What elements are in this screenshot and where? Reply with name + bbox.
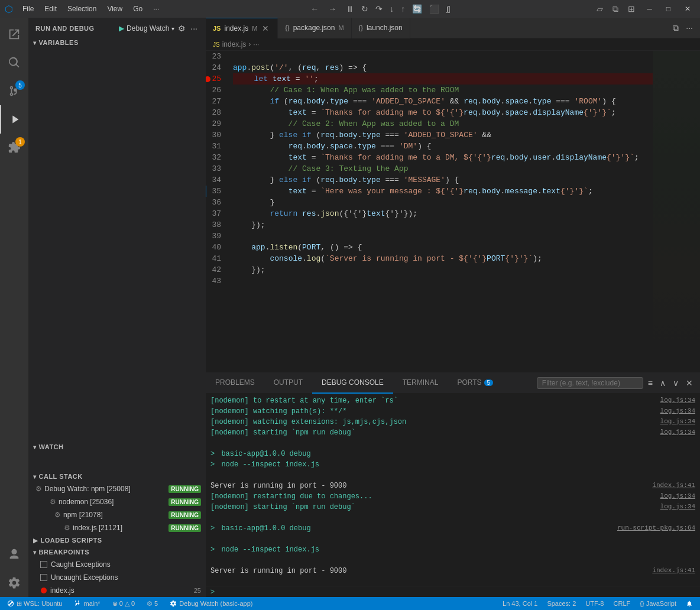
- panel-tab-terminal[interactable]: TERMINAL: [393, 373, 448, 394]
- window-maximize-btn[interactable]: □: [662, 4, 675, 14]
- bp-marker-25: [206, 76, 210, 82]
- prompt-14: >: [210, 546, 215, 554]
- call-stack-nodemon[interactable]: ⚙ nodemon [25036] RUNNING: [28, 495, 206, 508]
- panel-filter-input[interactable]: [537, 377, 643, 389]
- variables-content: [28, 48, 206, 441]
- split-editor-btn[interactable]: ⧉: [670, 22, 681, 34]
- panel-scroll-up-btn[interactable]: ∧: [657, 377, 668, 389]
- tab-close-0[interactable]: ✕: [261, 24, 270, 33]
- menu-more[interactable]: ···: [148, 4, 164, 14]
- code-line-43: [233, 275, 653, 287]
- status-git[interactable]: main*: [72, 597, 102, 610]
- breadcrumb-more[interactable]: ···: [253, 40, 259, 48]
- activity-run-debug[interactable]: [0, 105, 28, 134]
- code-content[interactable]: app.post('/', (req, res) => { let text =…: [231, 51, 653, 372]
- call-stack-npm[interactable]: ⚙ npm [21078] RUNNING: [28, 508, 206, 521]
- status-notifications[interactable]: [683, 597, 695, 610]
- debug-config-dropdown[interactable]: ▶ Debug Watch ▾: [119, 22, 174, 34]
- code-line-24: app.post('/', (req, res) => {: [233, 62, 653, 73]
- console-ref-16[interactable]: index.js:41: [652, 567, 695, 574]
- debug-step-out-btn[interactable]: ↑: [398, 3, 407, 15]
- caught-exceptions-checkbox[interactable]: [40, 561, 47, 568]
- status-wsl[interactable]: ⊞ WSL: Ubuntu: [5, 597, 64, 610]
- debug-restart-btn[interactable]: ↻: [359, 3, 371, 15]
- menu-selection[interactable]: Selection: [63, 4, 101, 14]
- debug-stop-btn[interactable]: ⬛: [427, 3, 442, 15]
- status-git-text: main*: [83, 600, 100, 607]
- panel-tab-output[interactable]: OUTPUT: [264, 373, 312, 394]
- tab-package-json[interactable]: {} package.json M: [278, 18, 351, 38]
- panel-scroll-down-btn[interactable]: ∨: [670, 377, 681, 389]
- console-ref-10[interactable]: log.js:34: [660, 503, 695, 510]
- menu-view[interactable]: View: [102, 4, 127, 14]
- tab-index-js[interactable]: JS index.js M ✕: [206, 18, 278, 38]
- debug-step-over-btn[interactable]: ↷: [373, 3, 385, 15]
- breadcrumb-file[interactable]: index.js: [222, 40, 247, 48]
- window-close-btn[interactable]: ✕: [680, 4, 695, 14]
- editor-main: 23 24 25 26 27 28 29 30 31 32 33 34 35 3…: [206, 51, 700, 597]
- breakpoint-caught-exceptions[interactable]: Caught Exceptions: [28, 558, 206, 571]
- tab-icon-0: JS: [213, 25, 221, 32]
- status-debug[interactable]: ⚙ 5: [144, 597, 160, 610]
- menu-file[interactable]: File: [18, 4, 38, 14]
- panel-tab-problems[interactable]: PROBLEMS: [206, 373, 264, 394]
- menu-edit[interactable]: Edit: [40, 4, 61, 14]
- call-stack-index-js[interactable]: ⚙ index.js [21121] RUNNING: [28, 521, 206, 534]
- call-stack-section-header[interactable]: ▾ CALL STACK: [28, 471, 206, 482]
- sidebar: RUN AND DEBUG ▶ Debug Watch ▾ ⚙ ··· ▾ VA…: [28, 18, 206, 597]
- breadcrumb: JS index.js › ···: [206, 38, 700, 51]
- console-text-1: [nodemon] watching path(s): **/*: [210, 407, 346, 416]
- status-errors[interactable]: ⊗ 0 △ 0: [110, 597, 137, 610]
- layout-grid-btn[interactable]: ⊞: [626, 3, 637, 15]
- layout-split-btn[interactable]: ⧉: [610, 3, 621, 15]
- status-debug-name-text: Debug Watch (basic-app): [179, 600, 252, 607]
- loaded-scripts-section-header[interactable]: ▶ LOADED SCRIPTS: [28, 534, 206, 546]
- nav-forward-btn[interactable]: →: [326, 3, 339, 15]
- status-debug-name[interactable]: Debug Watch (basic-app): [167, 597, 255, 610]
- panel-tab-debug-console[interactable]: DEBUG CONSOLE: [312, 373, 393, 394]
- ln-24: 24: [206, 62, 226, 73]
- code-editor[interactable]: 23 24 25 26 27 28 29 30 31 32 33 34 35 3…: [206, 51, 700, 372]
- debug-hot-reload-btn[interactable]: 🔄: [410, 3, 424, 15]
- nav-back-btn[interactable]: ←: [308, 3, 321, 15]
- activity-source-control[interactable]: 5: [0, 77, 28, 105]
- debug-step-into-btn[interactable]: ↓: [387, 3, 396, 15]
- console-ref-2[interactable]: log.js:34: [660, 418, 695, 425]
- breakpoints-section-header[interactable]: ▾ BREAKPOINTS: [28, 546, 206, 558]
- console-output[interactable]: [nodemon] to restart at any time, enter …: [206, 394, 700, 586]
- panel-tab-ports[interactable]: PORTS 5: [448, 373, 503, 394]
- watch-section-header[interactable]: ▾ WATCH: [28, 441, 206, 453]
- activity-extensions[interactable]: 1: [0, 134, 28, 162]
- call-stack-debug-watch[interactable]: ⚙ Debug Watch: npm [25008] RUNNING: [28, 482, 206, 495]
- debug-pause-btn[interactable]: ⏸: [343, 3, 357, 15]
- console-ref-9[interactable]: log.js:34: [660, 492, 695, 499]
- menu-go[interactable]: Go: [128, 4, 147, 14]
- console-input[interactable]: [217, 588, 695, 596]
- activity-settings[interactable]: [0, 569, 28, 597]
- activity-account[interactable]: [0, 540, 28, 569]
- activity-search[interactable]: [0, 48, 28, 77]
- console-ref-0[interactable]: log.js:34: [660, 397, 695, 404]
- panel-list-view-btn[interactable]: ≡: [646, 377, 655, 389]
- console-ref-12[interactable]: run-script-pkg.js:64: [617, 524, 695, 531]
- breakpoint-uncaught-exceptions[interactable]: Uncaught Exceptions: [28, 571, 206, 584]
- status-line-ending[interactable]: CRLF: [611, 597, 633, 610]
- uncaught-exceptions-checkbox[interactable]: [40, 574, 47, 581]
- status-language[interactable]: {} JavaScript: [637, 597, 679, 610]
- status-position[interactable]: Ln 43, Col 1: [500, 597, 540, 610]
- debug-more-btn[interactable]: ···: [189, 22, 199, 34]
- more-tabs-btn[interactable]: ···: [683, 22, 695, 34]
- status-encoding[interactable]: UTF-8: [583, 597, 606, 610]
- debug-settings-btn[interactable]: ⚙: [177, 22, 187, 34]
- tab-launch-json[interactable]: {} launch.json: [352, 18, 410, 38]
- breakpoint-index-js[interactable]: index.js 25: [28, 584, 206, 597]
- panel-close-btn[interactable]: ✕: [683, 377, 695, 389]
- console-ref-3[interactable]: log.js:34: [660, 429, 695, 436]
- activity-explorer[interactable]: [0, 20, 28, 48]
- console-ref-8[interactable]: index.js:41: [652, 482, 695, 489]
- variables-section-header[interactable]: ▾ VARIABLES: [28, 37, 206, 48]
- window-minimize-btn[interactable]: ─: [642, 4, 657, 14]
- status-spaces[interactable]: Spaces: 2: [545, 597, 578, 610]
- console-ref-1[interactable]: log.js:34: [660, 407, 695, 414]
- layout-single-btn[interactable]: ▱: [594, 3, 605, 15]
